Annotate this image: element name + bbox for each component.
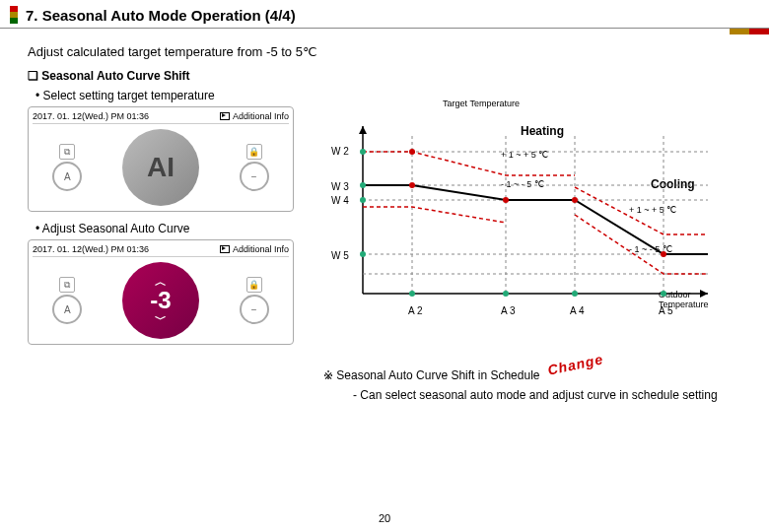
svg-point-22 xyxy=(409,182,415,188)
description: Adjust calculated target temperature fro… xyxy=(28,44,741,59)
svg-point-21 xyxy=(409,149,415,155)
x-tick: A 4 xyxy=(570,305,584,316)
dash-circle: − xyxy=(240,162,269,191)
title-bar: 7. Seasonal Auto Mode Operation (4/4) xyxy=(0,0,769,29)
svg-point-14 xyxy=(360,182,366,188)
accent-row xyxy=(0,29,769,34)
svg-point-15 xyxy=(360,197,366,203)
x-tick: A 5 xyxy=(659,305,672,316)
y-axis-title: Target Temperature xyxy=(442,99,521,108)
bullet-adjust-curve: • Adjust Seasonal Auto Curve xyxy=(35,222,314,235)
additional-info-button[interactable]: Additional Info xyxy=(220,111,289,121)
additional-info-label: Additional Info xyxy=(233,111,289,121)
svg-marker-3 xyxy=(359,126,367,134)
chevron-up-icon[interactable]: ︿ xyxy=(155,277,167,287)
accent-block-icon xyxy=(749,29,769,34)
svg-point-20 xyxy=(661,291,666,297)
device-panel-ai: 2017. 01. 12(Wed.) PM 01:36 Additional I… xyxy=(28,106,294,212)
y-tick: W 2 xyxy=(331,146,349,157)
main-value: -3 xyxy=(150,287,171,314)
mode-a-circle: A xyxy=(52,162,82,191)
section-heading: ❑ Seasonal Auto Curve Shift xyxy=(28,69,741,83)
page-number: 20 xyxy=(379,512,390,524)
svg-point-16 xyxy=(360,251,366,257)
chevron-down-icon[interactable]: ﹀ xyxy=(155,314,167,324)
lock-control[interactable]: 🔒 − xyxy=(240,277,269,324)
lock-icon: 🔒 xyxy=(246,144,262,160)
building-icon: ⧉ xyxy=(59,144,75,160)
x-tick: A 3 xyxy=(501,305,515,316)
svg-point-24 xyxy=(572,197,578,203)
main-value-circle[interactable]: ︿ -3 ﹀ xyxy=(122,262,199,339)
play-icon xyxy=(220,245,230,253)
accent-block-icon xyxy=(730,29,749,34)
y-tick: W 5 xyxy=(331,250,349,261)
svg-point-13 xyxy=(360,149,366,155)
svg-point-25 xyxy=(661,251,666,257)
lock-control[interactable]: 🔒 − xyxy=(240,144,269,191)
svg-point-23 xyxy=(503,197,509,203)
page-title: 7. Seasonal Auto Mode Operation (4/4) xyxy=(26,7,296,24)
additional-info-button[interactable]: Additional Info xyxy=(220,244,289,254)
timestamp: 2017. 01. 12(Wed.) PM 01:36 xyxy=(33,244,149,254)
svg-marker-2 xyxy=(700,290,708,298)
lock-icon: 🔒 xyxy=(246,277,262,293)
svg-point-17 xyxy=(409,291,415,297)
y-tick: W 3 xyxy=(331,181,349,192)
timestamp: 2017. 01. 12(Wed.) PM 01:36 xyxy=(33,111,149,121)
title-marker-icon xyxy=(10,6,18,24)
mode-control[interactable]: ⧉ A xyxy=(52,277,82,324)
mode-a-circle: A xyxy=(52,295,82,324)
sub-note: - Can select seasonal auto mode and adju… xyxy=(353,388,741,402)
mode-control[interactable]: ⧉ A xyxy=(52,144,82,191)
schedule-note: Change ※ Seasonal Auto Curve Shift in Sc… xyxy=(323,368,741,382)
device-panel-neg3: 2017. 01. 12(Wed.) PM 01:36 Additional I… xyxy=(28,239,294,345)
building-icon: ⧉ xyxy=(59,277,75,293)
additional-info-label: Additional Info xyxy=(233,244,289,254)
main-value-circle[interactable]: AI xyxy=(122,129,199,206)
curve-chart: Target Temperature Heating Cooling Outdo… xyxy=(323,106,728,363)
x-tick: A 2 xyxy=(408,305,422,316)
svg-point-19 xyxy=(572,291,578,297)
chart-svg xyxy=(353,116,718,303)
svg-point-18 xyxy=(503,291,509,297)
y-tick: W 4 xyxy=(331,195,349,206)
bullet-select-setting: • Select setting target temperature xyxy=(35,89,741,102)
play-icon xyxy=(220,112,230,120)
note-text: ※ Seasonal Auto Curve Shift in Schedule xyxy=(323,368,539,382)
dash-circle: − xyxy=(240,295,269,324)
main-value: AI xyxy=(147,152,175,183)
